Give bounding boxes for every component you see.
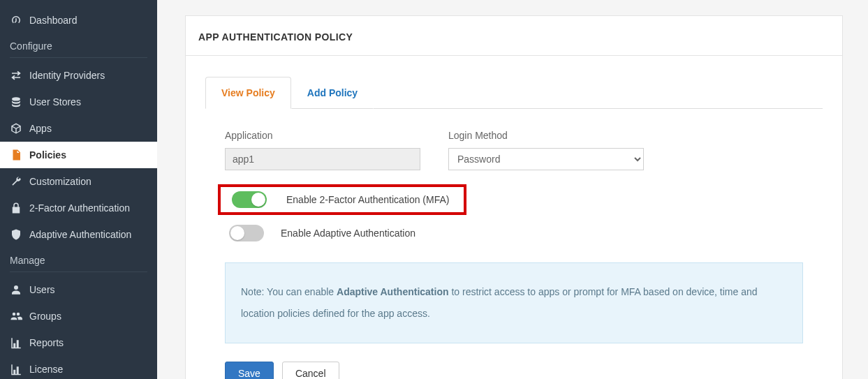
mfa-toggle-label: Enable 2-Factor Authentication (MFA) [286, 194, 449, 205]
sidebar-item-groups[interactable]: Groups [0, 303, 157, 329]
sidebar-item-label: Dashboard [29, 15, 78, 26]
cube-icon [10, 122, 22, 135]
gauge-icon [10, 14, 22, 27]
adaptive-toggle[interactable] [229, 225, 264, 241]
sidebar-divider [10, 272, 147, 272]
sidebar-divider [10, 57, 147, 58]
lock-icon [10, 202, 22, 214]
sidebar-item-label: User Stores [29, 96, 81, 107]
sidebar-item-policies[interactable]: Policies [0, 142, 157, 168]
save-button[interactable]: Save [225, 362, 274, 379]
sidebar-item-dashboard[interactable]: Dashboard [0, 7, 157, 34]
wrench-icon [10, 175, 22, 188]
sidebar-item-label: Reports [29, 337, 64, 348]
sidebar-item-reports[interactable]: Reports [0, 329, 157, 356]
tabs-underline [374, 77, 823, 109]
tab-view-policy[interactable]: View Policy [205, 77, 291, 109]
mfa-highlight: Enable 2-Factor Authentication (MFA) [218, 184, 466, 215]
sidebar-item-label: Policies [29, 149, 66, 161]
note-prefix: Note: You can enable [241, 286, 337, 297]
sidebar-item-users[interactable]: Users [0, 276, 157, 303]
login-method-select[interactable]: Password [448, 148, 644, 170]
chart-icon [10, 336, 22, 349]
application-input[interactable] [225, 148, 420, 170]
users-icon [10, 310, 22, 322]
sidebar-item-user-stores[interactable]: User Stores [0, 89, 157, 115]
toggle-knob [230, 226, 244, 240]
sidebar-item-apps[interactable]: Apps [0, 115, 157, 142]
sidebar-section-manage: Manage [0, 248, 157, 270]
mfa-toggle[interactable] [232, 191, 267, 208]
sidebar-section-configure: Configure [0, 34, 157, 56]
chart-icon [10, 363, 22, 376]
database-icon [10, 96, 22, 108]
sidebar-item-label: Identity Providers [29, 70, 105, 81]
login-method-label: Login Method [448, 130, 644, 141]
sidebar-item-label: License [29, 364, 63, 375]
sidebar-item-label: 2-Factor Authentication [29, 202, 130, 214]
sidebar-item-license[interactable]: License [0, 356, 157, 379]
toggle-knob [251, 193, 265, 207]
sidebar-item-customization[interactable]: Customization [0, 168, 157, 195]
page-title: APP AUTHENTICATION POLICY [186, 16, 842, 56]
sidebar-item-two-factor[interactable]: 2-Factor Authentication [0, 195, 157, 221]
document-icon [10, 149, 22, 161]
sidebar: Dashboard Configure Identity Providers U… [0, 0, 157, 379]
application-label: Application [225, 130, 420, 141]
sidebar-item-adaptive-auth[interactable]: Adaptive Authentication [0, 221, 157, 248]
policy-panel: APP AUTHENTICATION POLICY View Policy Ad… [185, 15, 843, 379]
user-icon [10, 283, 22, 296]
sidebar-item-label: Users [29, 284, 55, 295]
sidebar-item-label: Apps [29, 123, 52, 134]
tab-add-policy[interactable]: Add Policy [291, 77, 374, 109]
adaptive-toggle-label: Enable Adaptive Authentication [281, 228, 415, 239]
exchange-icon [10, 69, 22, 82]
sidebar-item-label: Customization [29, 176, 91, 187]
policy-tabs: View Policy Add Policy [205, 77, 823, 109]
sidebar-item-label: Adaptive Authentication [29, 229, 131, 240]
sidebar-item-label: Groups [29, 311, 61, 322]
note-bold: Adaptive Authentication [337, 286, 449, 297]
main-content: APP AUTHENTICATION POLICY View Policy Ad… [157, 0, 868, 379]
shield-icon [10, 228, 22, 241]
info-note: Note: You can enable Adaptive Authentica… [225, 262, 803, 343]
cancel-button[interactable]: Cancel [282, 362, 339, 379]
sidebar-item-identity-providers[interactable]: Identity Providers [0, 62, 157, 89]
